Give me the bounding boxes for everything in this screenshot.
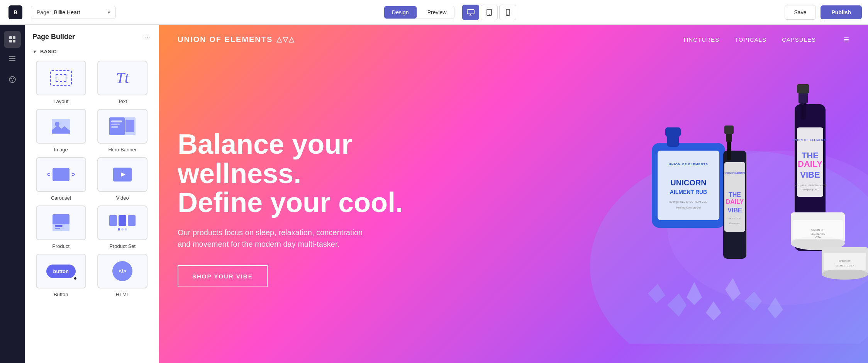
hero-banner-icon	[108, 117, 136, 136]
svg-text:VIBE: VIBE	[727, 207, 742, 214]
hero-logo-text: UNION OF ELEMENTS	[178, 35, 273, 44]
widget-carousel-icon-box: < >	[36, 157, 86, 192]
svg-text:1000mg FULL-SPECTRUM CBD: 1000mg FULL-SPECTRUM CBD	[793, 184, 827, 187]
button-icon: button	[46, 265, 76, 278]
topbar-center: Design Preview	[122, 5, 778, 20]
widget-html[interactable]: </> HTML	[94, 254, 151, 297]
page-dropdown-arrow: ▾	[108, 10, 110, 15]
section-header-basic[interactable]: ▼ BASIC	[25, 46, 159, 58]
icon-bar	[0, 25, 25, 363]
hero-cta-button[interactable]: SHOP YOUR VIBE	[178, 265, 268, 287]
nav-link-tinctures: TINCTURES	[683, 36, 719, 43]
svg-rect-29	[55, 228, 60, 229]
layout-icon	[50, 70, 72, 86]
sidebar-header: Page Builder ⋯	[25, 25, 159, 46]
widget-product-set[interactable]: Product Set	[94, 205, 151, 249]
main-area: Page Builder ⋯ ▼ BASIC Layout Tt	[0, 25, 868, 363]
widget-html-label: HTML	[116, 292, 129, 297]
svg-text:UNION OF ELEMENTS: UNION OF ELEMENTS	[669, 163, 708, 166]
hero-headline-line2: Define your cool.	[178, 187, 403, 218]
canvas-frame: UNION OF ELEMENTS △▽△ TINCTURES TOPICALS…	[159, 25, 868, 363]
svg-rect-12	[9, 60, 15, 61]
svg-rect-13	[9, 56, 15, 57]
widget-image[interactable]: Image	[32, 109, 90, 153]
topbar-right: Save Publish	[785, 5, 862, 20]
mobile-view-button[interactable]	[499, 5, 516, 20]
svg-text:AILMENT RUB: AILMENT RUB	[670, 189, 707, 195]
page-selector[interactable]: Page: Billie Heart ▾	[31, 6, 116, 19]
svg-rect-23	[111, 124, 120, 125]
svg-rect-25	[125, 120, 134, 132]
widget-video-icon-box	[97, 157, 147, 192]
image-icon	[51, 118, 71, 135]
widget-layout[interactable]: Layout	[32, 61, 90, 104]
sidebar-title: Page Builder	[32, 33, 75, 41]
text-icon: Tt	[116, 70, 129, 86]
svg-rect-9	[9, 40, 12, 42]
svg-text:Healing Comfort Gel: Healing Comfort Gel	[676, 206, 701, 209]
icon-bar-layers[interactable]	[4, 51, 21, 68]
widget-text[interactable]: Tt Text	[94, 61, 151, 104]
widget-text-icon-box: Tt	[97, 61, 147, 95]
widget-hero-banner[interactable]: Hero Banner	[94, 109, 151, 153]
widget-product-icon-box	[36, 205, 86, 240]
section-label: BASIC	[40, 49, 57, 54]
svg-rect-27	[53, 214, 70, 224]
widget-button[interactable]: button Button	[32, 254, 90, 297]
view-toggle: Design Preview	[384, 6, 454, 19]
svg-text:THC-FREE CBD: THC-FREE CBD	[728, 218, 741, 220]
svg-point-19	[55, 122, 59, 126]
video-icon	[113, 168, 132, 182]
design-mode-button[interactable]: Design	[384, 6, 417, 19]
page-label: Page:	[37, 9, 51, 15]
svg-rect-55	[724, 126, 734, 134]
svg-point-6	[507, 14, 508, 15]
widget-grid: Layout Tt Text Image	[25, 58, 159, 304]
hero-nav: UNION OF ELEMENTS △▽△ TINCTURES TOPICALS…	[159, 25, 868, 54]
svg-text:THE: THE	[729, 192, 741, 198]
widget-text-label: Text	[118, 98, 127, 104]
widget-button-label: Button	[54, 292, 68, 297]
canvas-area: UNION OF ELEMENTS △▽△ TINCTURES TOPICALS…	[159, 25, 868, 363]
carousel-icon: < >	[46, 168, 75, 181]
widget-carousel-label: Carousel	[51, 195, 71, 201]
hero-text: Balance your wellness. Define your cool.…	[178, 130, 409, 287]
widget-html-icon-box: </>	[97, 254, 147, 288]
widget-product[interactable]: Product	[32, 205, 90, 249]
hero-subtext: Our products focus on sleep, relaxation,…	[178, 227, 363, 250]
sidebar-menu-icon[interactable]: ⋯	[144, 32, 151, 41]
hero-logo-triangles: △▽△	[276, 35, 295, 44]
svg-text:VISA: VISA	[815, 236, 821, 239]
svg-text:ELEMENTS VISA: ELEMENTS VISA	[836, 265, 854, 267]
svg-rect-7	[9, 36, 12, 39]
section-collapse-arrow: ▼	[32, 49, 37, 54]
hero-nav-links: TINCTURES TOPICALS CAPSULES ≡	[683, 34, 849, 45]
preview-mode-button[interactable]: Preview	[420, 6, 454, 19]
widget-carousel[interactable]: < > Carousel	[32, 157, 90, 201]
desktop-view-button[interactable]	[462, 5, 479, 20]
svg-text:DAILY: DAILY	[798, 159, 822, 169]
nav-link-capsules: CAPSULES	[782, 36, 816, 43]
hero-banner-preview: UNION OF ELEMENTS △▽△ TINCTURES TOPICALS…	[159, 25, 868, 363]
widget-product-set-icon-box	[97, 205, 147, 240]
publish-button[interactable]: Publish	[821, 5, 862, 19]
save-button[interactable]: Save	[785, 5, 816, 20]
widget-video[interactable]: Video	[94, 157, 151, 201]
svg-rect-22	[111, 120, 122, 122]
hero-products: UNION OF ELEMENTS THE DAILY VIBE 1000mg …	[478, 54, 868, 363]
sidebar: Page Builder ⋯ ▼ BASIC Layout Tt	[25, 25, 159, 363]
tablet-view-button[interactable]	[481, 5, 498, 20]
widget-product-label: Product	[52, 243, 70, 249]
svg-rect-45	[665, 127, 681, 137]
svg-text:Concentration: Concentration	[729, 222, 741, 224]
html-icon: </>	[112, 261, 132, 281]
svg-rect-35	[797, 84, 809, 93]
svg-rect-10	[13, 40, 15, 42]
svg-text:UNION OF: UNION OF	[811, 229, 824, 231]
icon-bar-palette[interactable]	[4, 71, 21, 88]
widget-hero-banner-icon-box	[97, 109, 147, 144]
icon-bar-home[interactable]	[4, 31, 21, 48]
widget-layout-label: Layout	[53, 98, 68, 104]
page-name: Billie Heart	[54, 9, 80, 15]
widget-layout-icon-box	[36, 61, 86, 95]
